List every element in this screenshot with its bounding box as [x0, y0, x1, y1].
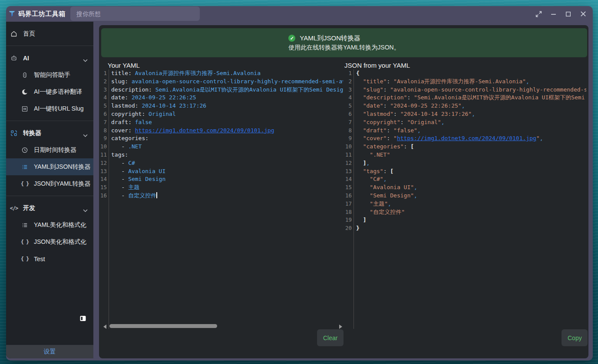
search-input[interactable]	[70, 7, 200, 21]
line-number: 9	[342, 134, 354, 143]
sidebar-item-yaml-to-json[interactable]: YAML到JSON转换器	[6, 158, 93, 175]
line-number: 6	[342, 110, 354, 118]
code-line: cover: https://img1.dotnet9.com/2024/09/…	[111, 127, 343, 135]
sidebar-group-dev[interactable]: </> 开发	[6, 200, 93, 216]
code-line: "自定义控件"	[356, 208, 586, 216]
sidebar-item-label: 日期时间转换器	[34, 146, 76, 154]
maximize-icon[interactable]	[565, 10, 572, 18]
expand-icon[interactable]	[535, 10, 542, 18]
copy-button[interactable]: Copy	[562, 329, 588, 346]
json-line-numbers: 1234567891011121314151617181920	[342, 69, 354, 329]
clear-button[interactable]: Clear	[317, 329, 344, 346]
collapse-sidebar-icon[interactable]	[79, 315, 86, 322]
code-line: ]	[356, 216, 586, 224]
horizontal-scrollbar[interactable]	[102, 323, 343, 329]
yaml-line-numbers: 12345678910111213141516	[99, 69, 109, 329]
list-icon	[21, 222, 28, 229]
line-number: 4	[342, 94, 354, 102]
code-line: slug: avalonia-open-source-control-libra…	[111, 78, 343, 86]
json-output[interactable]: { "title": "Avalonia开源控件库强力推荐-Semi.Avalo…	[356, 69, 586, 323]
sidebar-item-ai-translate[interactable]: AI一键多语种翻译	[6, 83, 93, 100]
sidebar-item-json-to-yaml[interactable]: { } JSON到YAML转换器	[6, 175, 93, 192]
line-number: 5	[99, 102, 109, 110]
list-icon	[21, 164, 28, 171]
line-number: 1	[342, 69, 354, 78]
code-line: "title": "Avalonia开源控件库强力推荐-Semi.Avaloni…	[356, 78, 586, 86]
code-line: title: Avalonia开源控件库强力推荐-Semi.Avalonia	[111, 69, 343, 78]
close-icon[interactable]	[579, 10, 587, 18]
sidebar-item-yaml-format[interactable]: YAML美化和格式化	[6, 216, 93, 233]
settings-button[interactable]: 设置	[6, 345, 93, 358]
sidebar-divider	[6, 46, 93, 46]
line-number: 16	[342, 192, 354, 200]
code-line: lastmod: 2024-10-14 23:17:26	[111, 102, 343, 110]
sidebar-item-json-format[interactable]: { } JSON美化和格式化	[6, 233, 93, 250]
app-logo-icon	[9, 10, 15, 17]
app-title: 码界工坊工具箱	[18, 10, 66, 18]
sidebar-item-test[interactable]: { } Test	[6, 250, 93, 267]
code-line: - 主题	[111, 184, 343, 192]
window-controls	[535, 10, 587, 18]
code-line: tags:	[111, 151, 343, 159]
tool-banner: ✓ YAML到JSON转换器 使用此在线转换器将YAML转换为JSON。	[101, 28, 587, 57]
sidebar-item-url-slug[interactable]: AI一键转URL Slug	[6, 100, 93, 117]
line-number: 5	[342, 102, 354, 110]
braces-icon: { }	[21, 239, 28, 246]
sidebar-item-home[interactable]: 首页	[6, 25, 93, 42]
capsule-assistant-icon	[21, 72, 28, 79]
clock-icon	[21, 147, 28, 154]
line-number: 1	[99, 69, 109, 78]
code-line: ".NET"	[356, 151, 586, 159]
code-line: "Semi Design",	[356, 192, 586, 200]
yaml-editor[interactable]: title: Avalonia开源控件库强力推荐-Semi.Avaloniasl…	[111, 69, 343, 323]
app-window: 码界工坊工具箱	[6, 6, 593, 361]
scrollbar-thumb[interactable]	[109, 324, 217, 328]
desktop-background: 码界工坊工具箱	[0, 0, 598, 364]
line-number: 11	[342, 151, 354, 159]
sidebar-group-converters[interactable]: 转换器	[6, 125, 93, 141]
settings-label: 设置	[44, 348, 56, 356]
sidebar-item-datetime-converter[interactable]: 日期时间转换器	[6, 141, 93, 158]
sidebar: 首页 AI	[6, 22, 93, 358]
robot-icon	[10, 55, 17, 62]
scroll-left-arrow-icon[interactable]	[103, 325, 106, 329]
code-line: - Semi Design	[111, 175, 343, 184]
sidebar-group-label: 转换器	[23, 129, 41, 137]
scroll-right-arrow-icon[interactable]	[339, 325, 342, 329]
code-line: - 自定义控件	[111, 192, 343, 200]
code-line: copyright: Original	[111, 110, 343, 118]
chevron-down-icon	[83, 56, 88, 63]
line-number: 2	[342, 78, 354, 86]
line-number: 3	[99, 86, 109, 94]
sidebar-group-label: 开发	[23, 204, 35, 212]
line-number: 17	[342, 200, 354, 208]
sidebar-group-ai[interactable]: AI	[6, 49, 93, 66]
yaml-pane-header: Your YAML	[108, 62, 140, 69]
code-line: draft: false	[111, 118, 343, 127]
code-line: categories:	[111, 134, 343, 143]
sidebar-divider	[6, 121, 93, 121]
line-number: 8	[342, 127, 354, 135]
code-line: {	[356, 69, 586, 78]
chevron-down-icon	[83, 131, 88, 138]
sidebar-item-label: 首页	[23, 30, 35, 38]
url-link[interactable]: https://img1.dotnet9.com/2024/09/0101.jp…	[397, 135, 536, 141]
code-line: - C#	[111, 159, 343, 167]
sidebar-item-qa-assistant[interactable]: 智能问答助手	[6, 66, 93, 83]
code-line: ],	[356, 159, 586, 167]
sidebar-item-label: AI一键转URL Slug	[34, 105, 84, 113]
code-line: "lastmod": "2024-10-14 23:17:26",	[356, 110, 586, 118]
url-link[interactable]: https://img1.dotnet9.com/2024/09/0101.jp…	[135, 127, 274, 134]
code-line: "slug": "avalonia-open-source-control-li…	[356, 86, 586, 94]
code-line: "C#",	[356, 175, 586, 184]
code-line: "categories": [	[356, 143, 586, 151]
line-number: 14	[342, 175, 354, 184]
code-line: "copyright": "Original",	[356, 118, 586, 127]
code-line: "tags": [	[356, 167, 586, 176]
line-number: 10	[342, 143, 354, 151]
tool-title: YAML到JSON转换器	[300, 34, 360, 43]
text-cursor	[156, 192, 157, 198]
line-number: 20	[342, 224, 354, 233]
minimize-icon[interactable]	[550, 10, 557, 18]
check-icon: ✓	[288, 35, 295, 42]
